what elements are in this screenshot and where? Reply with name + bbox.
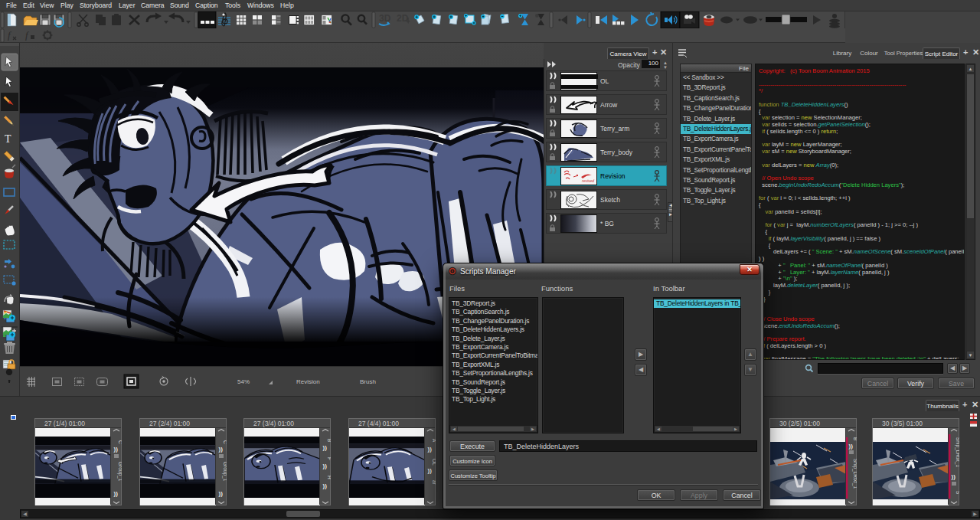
svg-text:Ship_LRtxt_1: Ship_LRtxt_1 bbox=[852, 459, 857, 489]
svg-text:B: B bbox=[853, 437, 857, 440]
svg-text:)): )) bbox=[428, 467, 433, 474]
svg-text:ar: ar bbox=[432, 480, 436, 486]
svg-text:B: B bbox=[327, 439, 331, 442]
svg-text:S: S bbox=[956, 491, 959, 495]
svg-text:)): )) bbox=[323, 482, 328, 489]
svg-text:C: C bbox=[118, 440, 122, 444]
svg-text:OL: OL bbox=[432, 459, 436, 466]
svg-text:Group_1: Group_1 bbox=[222, 462, 227, 482]
svg-text:Ship_LRtxt_1: Ship_LRtxt_1 bbox=[955, 437, 959, 467]
svg-text:C: C bbox=[223, 440, 227, 444]
svg-text:)): )) bbox=[219, 446, 224, 453]
svg-text:3D: 3D bbox=[379, 13, 391, 24]
svg-text:Revision: Revision bbox=[296, 378, 320, 385]
svg-text:T: T bbox=[5, 133, 11, 145]
svg-text:)): )) bbox=[428, 446, 433, 453]
svg-text:)): )) bbox=[114, 490, 119, 497]
svg-text:H: H bbox=[327, 476, 331, 479]
svg-text:Brush: Brush bbox=[360, 378, 376, 385]
svg-text:)): )) bbox=[849, 443, 854, 450]
svg-text:A: A bbox=[432, 439, 436, 443]
svg-text:)): )) bbox=[114, 446, 119, 453]
svg-text:54%: 54% bbox=[237, 378, 250, 385]
svg-text:Group_1: Group_1 bbox=[117, 462, 122, 482]
svg-text:2D: 2D bbox=[397, 13, 409, 24]
svg-text:F: F bbox=[327, 457, 331, 460]
svg-text:)): )) bbox=[323, 444, 328, 451]
svg-text:f: f bbox=[8, 29, 12, 41]
svg-text:)): )) bbox=[323, 463, 328, 469]
svg-text:revised: revised bbox=[582, 178, 594, 183]
svg-text:)): )) bbox=[952, 473, 956, 480]
svg-text:)): )) bbox=[219, 490, 224, 497]
svg-text:f: f bbox=[25, 29, 30, 41]
